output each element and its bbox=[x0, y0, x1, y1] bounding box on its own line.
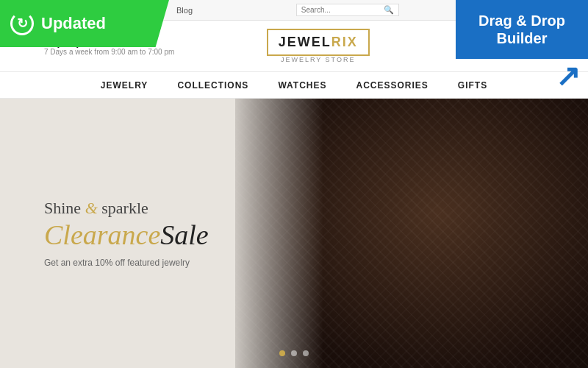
svg-point-28 bbox=[459, 220, 466, 224]
svg-point-26 bbox=[440, 213, 447, 217]
updated-badge: Updated bbox=[0, 0, 169, 47]
top-bar-links: Blog bbox=[176, 6, 193, 15]
svg-line-15 bbox=[318, 246, 446, 280]
hero-dots bbox=[279, 350, 309, 356]
hero-section: Shine & sparkle ClearanceSale Get an ext… bbox=[0, 99, 588, 368]
nav-gifts[interactable]: GIFTS bbox=[458, 80, 487, 91]
dnd-line2: Builder bbox=[497, 29, 548, 47]
dot-1[interactable] bbox=[279, 350, 285, 356]
hero-content: Shine & sparkle ClearanceSale Get an ext… bbox=[44, 199, 209, 268]
navigation: JEWELRY COLLECTIONS WATCHES ACCESSORIES … bbox=[0, 72, 588, 99]
svg-line-13 bbox=[311, 218, 439, 252]
dnd-badge: Drag & Drop Builder bbox=[456, 0, 588, 59]
nav-watches[interactable]: WATCHES bbox=[278, 80, 326, 91]
logo-text: JEWELRIX bbox=[279, 35, 358, 50]
svg-line-8 bbox=[376, 185, 401, 277]
hero-clearance: Clearance bbox=[44, 219, 160, 250]
svg-line-24 bbox=[453, 213, 454, 281]
refresh-icon bbox=[10, 12, 34, 35]
svg-line-4 bbox=[320, 200, 345, 293]
svg-line-12 bbox=[307, 203, 435, 238]
blog-link[interactable]: Blog bbox=[176, 6, 193, 15]
svg-line-5 bbox=[334, 197, 359, 289]
nav-accessories[interactable]: ACCESSORIES bbox=[356, 80, 428, 91]
svg-point-25 bbox=[430, 216, 437, 220]
search-icon[interactable]: 🔍 bbox=[384, 5, 394, 15]
hero-title: ClearanceSale bbox=[44, 221, 209, 249]
hero-subtitle-part1: Shine bbox=[44, 199, 81, 217]
dnd-line1: Drag & Drop bbox=[478, 12, 565, 29]
logo-subtitle: Jewelry Store bbox=[267, 56, 370, 63]
svg-point-19 bbox=[431, 239, 451, 252]
logo-part1: JEWEL bbox=[279, 35, 331, 49]
svg-point-27 bbox=[450, 216, 457, 220]
business-hours: 7 Days a week from 9:00 am to 7:00 pm bbox=[44, 48, 174, 56]
svg-point-21 bbox=[448, 249, 463, 258]
svg-point-18 bbox=[447, 294, 478, 316]
dot-2[interactable] bbox=[291, 350, 297, 356]
svg-line-7 bbox=[362, 188, 387, 281]
dnd-arrow-icon: ↗ bbox=[556, 59, 581, 93]
search-input[interactable] bbox=[301, 6, 384, 14]
svg-line-14 bbox=[315, 232, 442, 266]
search-bar[interactable]: 🔍 bbox=[296, 4, 399, 16]
logo-box: JEWELRIX bbox=[267, 29, 370, 56]
svg-line-10 bbox=[405, 177, 430, 270]
hero-subtitle: Shine & sparkle bbox=[44, 199, 209, 218]
svg-point-17 bbox=[441, 289, 485, 321]
hero-sale: Sale bbox=[160, 219, 208, 250]
hero-subtitle-part2: sparkle bbox=[101, 199, 148, 217]
svg-line-22 bbox=[432, 213, 435, 283]
svg-line-23 bbox=[442, 210, 445, 286]
hero-ampersand: & bbox=[85, 199, 102, 217]
svg-line-9 bbox=[391, 181, 416, 274]
nav-jewelry[interactable]: JEWELRY bbox=[101, 80, 148, 91]
nav-collections[interactable]: COLLECTIONS bbox=[177, 80, 248, 91]
svg-line-6 bbox=[348, 192, 373, 285]
hero-description: Get an extra 10% off featured jewelry bbox=[44, 258, 209, 268]
logo[interactable]: JEWELRIX Jewelry Store bbox=[267, 29, 370, 63]
svg-point-16 bbox=[437, 284, 490, 325]
updated-label: Updated bbox=[41, 14, 106, 33]
dot-3[interactable] bbox=[303, 350, 309, 356]
svg-point-20 bbox=[434, 241, 448, 250]
logo-part2: RIX bbox=[331, 35, 358, 49]
